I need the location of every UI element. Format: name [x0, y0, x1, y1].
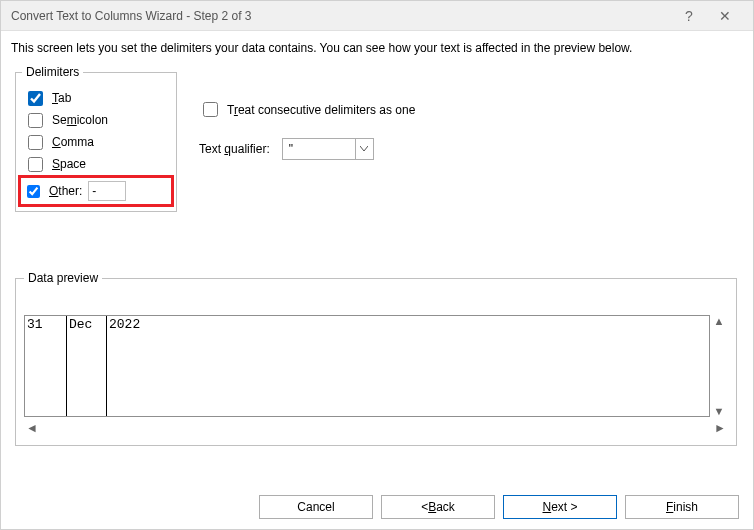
delimiter-space-checkbox[interactable]: [28, 157, 43, 172]
delimiter-comma-checkbox[interactable]: [28, 135, 43, 150]
cancel-button[interactable]: Cancel: [259, 495, 373, 519]
treat-consecutive-label: Treat consecutive delimiters as one: [227, 103, 415, 117]
preview-column: 2022: [107, 316, 667, 416]
delimiter-semicolon-row: Semicolon: [22, 109, 170, 131]
delimiter-comma-row: Comma: [22, 131, 170, 153]
back-button[interactable]: < Back: [381, 495, 495, 519]
text-qualifier-label: Text qualifier:: [199, 142, 270, 156]
delimiters-legend: Delimiters: [22, 65, 83, 79]
delimiter-semicolon-checkbox[interactable]: [28, 113, 43, 128]
text-qualifier-combo[interactable]: ": [282, 138, 374, 160]
next-button[interactable]: Next >: [503, 495, 617, 519]
wizard-description: This screen lets you set the delimiters …: [1, 31, 753, 59]
scroll-right-icon[interactable]: ►: [714, 421, 726, 435]
delimiter-other-label: Other:: [49, 184, 82, 198]
delimiter-tab-checkbox[interactable]: [28, 91, 43, 106]
titlebar: Convert Text to Columns Wizard - Step 2 …: [1, 1, 753, 31]
preview-column: Dec: [67, 316, 107, 416]
delimiter-semicolon-label: Semicolon: [52, 113, 108, 127]
finish-button[interactable]: Finish: [625, 495, 739, 519]
preview-horizontal-scrollbar[interactable]: ◄ ►: [24, 421, 728, 435]
help-icon[interactable]: ?: [671, 8, 707, 24]
treat-consecutive-checkbox[interactable]: [203, 102, 218, 117]
chevron-down-icon[interactable]: [355, 139, 373, 159]
preview-viewport: 31Dec2022: [24, 315, 710, 417]
wizard-buttons: Cancel < Back Next > Finish: [259, 495, 739, 519]
treat-consecutive-row: Treat consecutive delimiters as one: [199, 99, 415, 120]
preview-cell: 2022: [107, 316, 667, 333]
scroll-up-icon[interactable]: ▲: [710, 315, 728, 327]
delimiter-comma-label: Comma: [52, 135, 94, 149]
delimiter-other-checkbox[interactable]: [27, 185, 40, 198]
delimiter-other-input[interactable]: [88, 181, 126, 201]
delimiter-tab-label: Tab: [52, 91, 71, 105]
text-qualifier-value: ": [283, 142, 355, 156]
scroll-down-icon[interactable]: ▼: [710, 405, 728, 417]
delimiters-group: Delimiters Tab Semicolon Comma Space Oth…: [15, 65, 177, 212]
data-preview-group: Data preview 31Dec2022 ▲ ▼ ◄ ►: [15, 271, 737, 446]
preview-cell: 31: [25, 316, 66, 333]
delimiter-tab-row: Tab: [22, 87, 170, 109]
delimiter-other-row: Other:: [18, 175, 174, 207]
preview-cell: Dec: [67, 316, 106, 333]
preview-vertical-scrollbar[interactable]: ▲ ▼: [710, 315, 728, 417]
window-title: Convert Text to Columns Wizard - Step 2 …: [11, 9, 671, 23]
delimiter-space-row: Space: [22, 153, 170, 175]
close-icon[interactable]: ✕: [707, 8, 743, 24]
scroll-left-icon[interactable]: ◄: [26, 421, 38, 435]
data-preview-legend: Data preview: [24, 271, 102, 285]
preview-column: 31: [25, 316, 67, 416]
delimiter-space-label: Space: [52, 157, 86, 171]
text-qualifier-row: Text qualifier: ": [199, 138, 415, 160]
